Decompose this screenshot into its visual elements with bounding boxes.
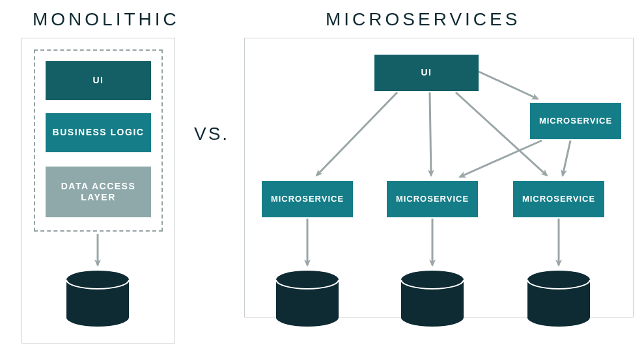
- micro-m3-box: MICROSERVICE: [513, 181, 604, 217]
- micro-m1-box: MICROSERVICE: [262, 181, 353, 217]
- monolith-data-box: DATA ACCESS LAYER: [46, 167, 151, 217]
- title-microservices: MICROSERVICES: [326, 9, 520, 30]
- monolith-business-box: BUSINESS LOGIC: [46, 113, 151, 152]
- micro-right-box: MICROSERVICE: [530, 103, 621, 139]
- vs-label: VS.: [194, 124, 229, 144]
- micro-m2-box: MICROSERVICE: [387, 181, 478, 217]
- title-monolithic: MONOLITHIC: [33, 9, 180, 30]
- monolith-ui-box: UI: [46, 61, 151, 100]
- micro-ui-box: UI: [374, 55, 479, 91]
